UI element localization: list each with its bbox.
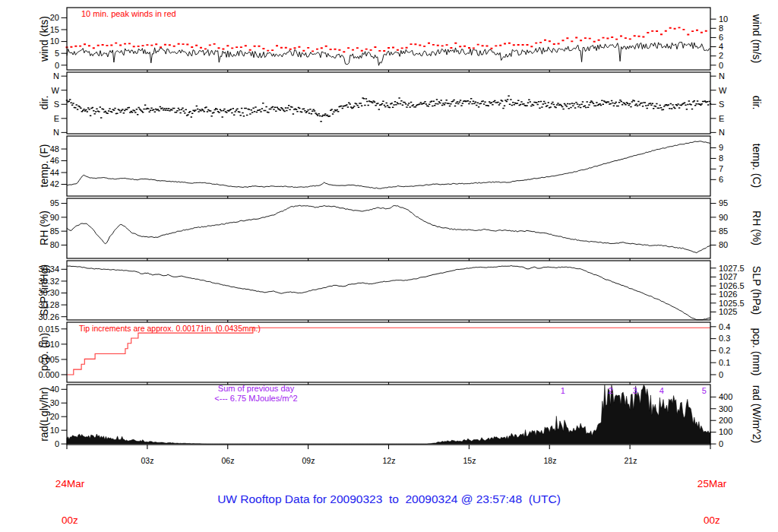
ytick-left-pcp: 0.015: [38, 325, 59, 334]
ytick-right-slp: 1026: [719, 290, 737, 299]
ytick-right-slp: 1026.5: [719, 281, 745, 290]
ytick-left-slp: 30.34: [38, 264, 59, 274]
ytick-right-slp: 1027: [719, 272, 737, 281]
ytick-left-dir: N: [53, 71, 59, 81]
ytick-left-pcp: 0.005: [38, 355, 59, 364]
ytick-right-rad: 400: [719, 392, 732, 401]
ytick-right-temp: 7: [719, 164, 723, 173]
ytick-left-temp: 44: [50, 168, 59, 177]
ytick-right-rh: 95: [719, 198, 728, 207]
ytick-left-dir: E: [54, 114, 59, 123]
ytick-right-rad: 100: [719, 427, 732, 436]
ytick-right-dir: N: [719, 71, 725, 81]
ytick-right-temp: 9: [719, 143, 723, 152]
ytick-right-rh: 85: [719, 226, 728, 236]
rad-hour-mark-1: 1: [561, 386, 565, 395]
ytick-right-pcp: 0.4: [719, 322, 730, 331]
ytick-right-rad: 0: [719, 439, 723, 448]
ytick-right-pcp: 0.3: [719, 334, 730, 343]
meteogram-plot: 051015200246810NWSENNWSEN424446486789808…: [0, 0, 778, 486]
rad-hour-mark-4: 4: [659, 386, 664, 395]
ytick-left-temp: 48: [50, 144, 59, 154]
series-rh: [67, 205, 710, 253]
series-temp: [67, 141, 710, 188]
ytick-right-dir: W: [719, 86, 727, 95]
panel-temp: 424446486789: [50, 136, 723, 198]
ytick-left-rad: 30: [50, 398, 59, 407]
ytick-right-rh: 80: [719, 240, 728, 249]
ytick-left-pcp: 0.010: [38, 340, 59, 349]
ytick-right-rad: 300: [719, 404, 732, 413]
series-dir-dashes: [66, 96, 711, 122]
panel-rad: 0102030400100200300400: [50, 385, 733, 449]
ytick-right-pcp: 0: [719, 370, 723, 379]
ytick-right-wind: 8: [719, 24, 723, 33]
ytick-right-pcp: 0.1: [719, 358, 730, 367]
panel-frame-wind: [67, 8, 710, 70]
x-end-date-line2: 00z: [697, 515, 726, 527]
ytick-right-dir: N: [719, 128, 725, 137]
x-start-date-line2: 00z: [55, 515, 84, 527]
ytick-left-rad: 40: [50, 385, 59, 394]
ytick-right-wind: 0: [719, 61, 723, 70]
ytick-left-slp: 30.30: [38, 288, 59, 297]
ytick-right-temp: 8: [719, 154, 723, 163]
panel-slp: 30.2630.2830.3030.3230.3410251025.510261…: [38, 261, 744, 322]
ytick-left-rh: 85: [50, 226, 59, 236]
ytick-left-temp: 46: [50, 156, 59, 165]
ytick-right-rh: 90: [719, 213, 728, 222]
ytick-right-pcp: 0.2: [719, 346, 730, 355]
series-wind: [67, 43, 710, 66]
ytick-left-wind: 5: [55, 49, 59, 58]
page-title: UW Rooftop Data for 20090323 to 20090324…: [217, 492, 561, 506]
ytick-left-slp: 30.28: [38, 300, 59, 309]
panel-frame-rh: [67, 198, 710, 258]
rad-hour-mark-5: 5: [702, 386, 707, 395]
ytick-left-wind: 10: [50, 36, 59, 46]
meteogram-page: wind (kts) dir. temp. (F) RH (%) SLP (in…: [0, 0, 778, 532]
ytick-right-wind: 6: [719, 33, 723, 42]
ytick-left-rh: 80: [50, 240, 59, 249]
series-slp: [67, 266, 710, 320]
ytick-left-slp: 30.26: [38, 312, 59, 321]
ytick-left-rad: 20: [50, 412, 59, 421]
ytick-left-dir: N: [53, 128, 59, 137]
panel-frame-slp: [67, 261, 710, 320]
ytick-left-wind: 20: [50, 13, 59, 22]
ytick-right-slp: 1025: [719, 307, 737, 316]
ytick-left-temp: 42: [50, 179, 59, 188]
panel-rh: 8085909580859095: [50, 198, 729, 261]
series-pcp: [67, 328, 710, 375]
panel-frame-dir: [67, 72, 710, 134]
panel-wind: 051015200246810: [50, 8, 729, 72]
ytick-left-rh: 95: [50, 198, 59, 207]
ytick-right-dir: S: [719, 100, 724, 109]
ytick-left-wind: 15: [50, 25, 59, 34]
ytick-right-slp: 1027.5: [719, 264, 745, 273]
ytick-right-rad: 200: [719, 416, 732, 425]
rad-hour-mark-2: 2: [609, 386, 613, 395]
panel-frame-pcp: [67, 322, 710, 382]
ytick-left-rad: 10: [50, 426, 59, 435]
ytick-left-dir: S: [54, 100, 59, 109]
ytick-left-slp: 30.32: [38, 277, 59, 286]
panel-dir: NWSENNWSEN: [52, 71, 727, 137]
ytick-right-wind: 2: [719, 51, 723, 60]
series-rad-area: [67, 385, 710, 444]
panel-pcp: 0.0000.0050.0100.01500.10.20.30.4: [38, 322, 730, 385]
ytick-left-dir: W: [52, 86, 60, 95]
ytick-left-rad: 0: [55, 439, 59, 448]
ytick-left-pcp: 0.000: [38, 370, 59, 379]
ytick-left-rh: 90: [50, 213, 59, 222]
rad-hour-mark-3: 3: [633, 386, 637, 395]
ytick-right-wind: 10: [719, 14, 728, 24]
ytick-left-wind: 0: [55, 61, 59, 70]
ytick-right-dir: E: [719, 114, 724, 123]
ytick-right-wind: 4: [719, 42, 723, 51]
ytick-right-slp: 1025.5: [719, 299, 745, 308]
ytick-right-temp: 6: [719, 175, 723, 184]
